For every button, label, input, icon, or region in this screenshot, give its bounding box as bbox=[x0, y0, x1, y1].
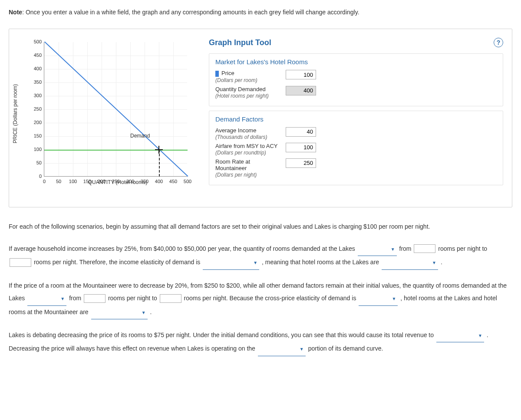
help-icon[interactable]: ? bbox=[494, 38, 503, 47]
roomrate-row: Room Rate at Mountaineer(Dollars per nig… bbox=[215, 158, 497, 178]
txt: If average household income increases by… bbox=[9, 245, 357, 252]
demand-heading: Demand Factors bbox=[215, 115, 497, 123]
demand-factors-panel: Demand Factors Average Income(Thousands … bbox=[209, 111, 503, 185]
quantity-label: Quantity Demanded bbox=[215, 86, 266, 92]
income-row: Average Income(Thousands of dollars) bbox=[215, 127, 497, 140]
airfare-row: Airfare from MSY to ACY(Dollars per roun… bbox=[215, 143, 497, 156]
dropdown-elasticity-1[interactable]: _▼ bbox=[203, 256, 259, 269]
dropdown-revenue[interactable]: _▼ bbox=[436, 329, 484, 342]
txt: from bbox=[399, 245, 413, 252]
txt: portion of its demand curve. bbox=[308, 345, 383, 352]
note-prefix: Note bbox=[9, 9, 22, 16]
txt: , meaning that hotel rooms at the Lakes … bbox=[262, 259, 381, 266]
chart-wrap: PRICE (Dollars per room) 050100150200250… bbox=[18, 42, 200, 185]
rooms-to-input-2[interactable] bbox=[160, 294, 181, 303]
txt: rooms per night. Therefore, the income e… bbox=[34, 259, 202, 266]
price-label: Price bbox=[221, 70, 234, 76]
tool-title: Graph Input Tool bbox=[209, 38, 271, 47]
market-panel: Market for Lakes's Hotel Rooms Price(Dol… bbox=[209, 53, 503, 106]
rooms-to-input-1[interactable] bbox=[10, 258, 31, 267]
dropdown-elasticity-2[interactable]: _▼ bbox=[359, 292, 398, 305]
income-input[interactable] bbox=[286, 127, 316, 137]
note-line: Note: Once you enter a value in a white … bbox=[9, 9, 512, 16]
roomrate-input[interactable] bbox=[286, 158, 316, 168]
income-sub: (Thousands of dollars) bbox=[215, 134, 267, 140]
chart-plot[interactable]: 0501001502002503003504004505000501001502… bbox=[44, 42, 187, 177]
series-chip-icon bbox=[215, 71, 219, 77]
dropdown-direction-2[interactable]: _▼ bbox=[27, 292, 66, 305]
dropdown-portion[interactable]: _▼ bbox=[258, 342, 306, 356]
price-sub: (Dollars per room) bbox=[215, 77, 257, 83]
airfare-label: Airfare from MSY to ACY bbox=[215, 143, 278, 149]
graph-card: PRICE (Dollars per room) 050100150200250… bbox=[9, 29, 512, 207]
income-scenario-paragraph: If average household income increases by… bbox=[9, 243, 512, 270]
airfare-sub: (Dollars per roundtrip) bbox=[215, 150, 266, 156]
question-text: For each of the following scenarios, beg… bbox=[9, 220, 512, 356]
market-heading: Market for Lakes's Hotel Rooms bbox=[215, 58, 497, 66]
airfare-input[interactable] bbox=[286, 143, 316, 152]
rooms-from-input-2[interactable] bbox=[84, 294, 106, 303]
dropdown-goodtype-1[interactable]: _▼ bbox=[382, 256, 438, 269]
input-tool-column: Graph Input Tool ? Market for Lakes's Ho… bbox=[209, 38, 503, 190]
txt: from bbox=[69, 295, 83, 302]
chart-ylabel: PRICE (Dollars per room) bbox=[12, 84, 18, 144]
crossprice-scenario-paragraph: If the price of a room at the Mountainee… bbox=[9, 279, 512, 319]
note-text: : Once you enter a value in a white fiel… bbox=[22, 9, 359, 16]
revenue-scenario-paragraph: Lakes is debating decreasing the price o… bbox=[9, 329, 512, 356]
txt: . bbox=[441, 259, 442, 266]
dropdown-direction-1[interactable]: _▼ bbox=[358, 243, 397, 256]
roomrate-sub: (Dollars per night) bbox=[215, 172, 257, 178]
quantity-sub: (Hotel rooms per night) bbox=[215, 93, 269, 99]
rooms-from-input-1[interactable] bbox=[414, 244, 435, 253]
chart-column: PRICE (Dollars per room) 050100150200250… bbox=[18, 38, 200, 190]
price-input[interactable] bbox=[286, 70, 316, 79]
price-row: Price(Dollars per room) bbox=[215, 70, 497, 83]
income-label: Average Income bbox=[215, 127, 256, 134]
intro-paragraph: For each of the following scenarios, beg… bbox=[9, 220, 512, 233]
roomrate-label: Room Rate at Mountaineer bbox=[215, 158, 250, 171]
txt: rooms per night to bbox=[438, 245, 487, 252]
quantity-row: Quantity Demanded(Hotel rooms per night) bbox=[215, 86, 497, 99]
txt: rooms per night to bbox=[108, 295, 159, 302]
dropdown-relationship[interactable]: _▼ bbox=[91, 306, 148, 319]
txt: rooms per night. Because the cross-price… bbox=[184, 295, 358, 302]
tool-title-row: Graph Input Tool ? bbox=[209, 38, 503, 47]
txt: Lakes is debating decreasing the price o… bbox=[9, 331, 435, 338]
quantity-output bbox=[286, 86, 316, 95]
txt: . bbox=[150, 308, 152, 315]
